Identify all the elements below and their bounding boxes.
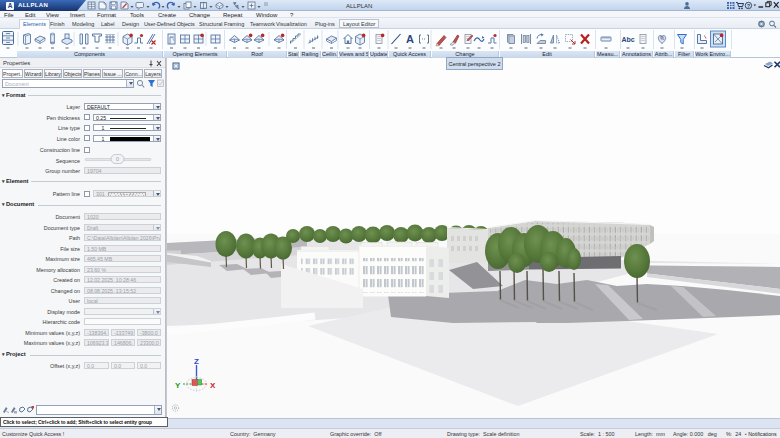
svg-text:0: 0 (116, 156, 119, 162)
svg-text:Z: Z (194, 357, 199, 366)
svg-text:A: A (406, 33, 414, 45)
svg-text:Abc: Abc (621, 36, 634, 43)
svg-text:X: X (210, 381, 216, 390)
svg-text:Y: Y (175, 381, 181, 390)
